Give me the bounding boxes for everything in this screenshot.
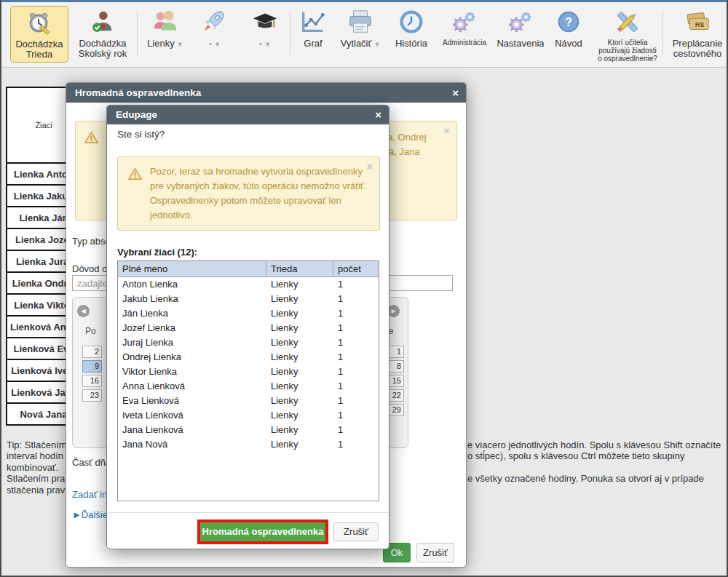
printer-icon: [333, 6, 388, 39]
table-cell: 1: [333, 350, 379, 365]
history-icon: [390, 6, 432, 39]
table-cell: Jana Nová: [118, 437, 266, 452]
dialog-footer-divider: [107, 512, 389, 513]
table-row: Ján LienkaLienky1: [118, 306, 379, 321]
toolbar-item-label: Vytlačiť▼: [333, 39, 388, 49]
confirm-question: Ste si istý?: [117, 129, 165, 140]
table-row: Jana LienkováLienky1: [118, 423, 379, 437]
table-row: Jakub LienkaLienky1: [118, 292, 379, 306]
table-cell: Eva Lienková: [118, 394, 266, 408]
table-cell: 1: [333, 423, 379, 437]
toolbar-item-ktori-ucitelia[interactable]: Ktorí učiteliapoužívajú žiadostio osprav…: [593, 6, 662, 63]
tip-line: stlačenia prav: [7, 485, 66, 496]
close-icon[interactable]: ×: [375, 106, 381, 124]
toolbar-item-vytlacit[interactable]: Vytlačiť▼: [333, 6, 388, 63]
toolbar-item-nastavenia[interactable]: Nastavenia: [495, 6, 546, 63]
tip-line: Tip: Stlačením: [7, 439, 66, 450]
table-cell: Lienky: [266, 350, 333, 365]
table-cell: Lienky: [266, 321, 333, 335]
cancel-button[interactable]: Zrušiť: [416, 543, 454, 562]
toolbar-item-lienky-class-filter[interactable]: Lienky▼: [143, 6, 188, 63]
table-cell: Lienky: [266, 365, 333, 379]
tip-line: e viacero jednotlivých hodín. Spolu s kl…: [467, 439, 721, 450]
table-row: Anton LienkaLienky1: [118, 277, 379, 292]
table-row: Ondrej LienkaLienky1: [118, 350, 379, 365]
table-cell: Lienky: [266, 292, 333, 306]
table-cell: Iveta Lienková: [118, 408, 266, 423]
bulk-excuse-confirm-button[interactable]: Hromadná ospravedlnenka: [197, 520, 328, 544]
tip-line: Stlačením pra: [7, 473, 66, 484]
toolbar-item-graf[interactable]: Graf: [296, 6, 331, 63]
table-column-header: počet: [333, 261, 379, 276]
table-cell: 1: [333, 335, 379, 350]
confirm-warning-box: Pozor, teraz sa hromadne vytvoria osprav…: [117, 156, 380, 231]
toolbar-item-label: DochádzkaTrieda: [11, 39, 68, 60]
person-check-icon: [73, 6, 132, 39]
students-icon: [143, 6, 188, 39]
toolbar-divider: [662, 11, 663, 55]
table-cell: Lienky: [266, 306, 333, 321]
edupage-dialog-title: Edupage: [116, 109, 157, 120]
table-row: Eva LienkováLienky1: [118, 394, 379, 408]
table-cell: Jana Lienková: [118, 423, 266, 437]
close-icon[interactable]: ×: [367, 161, 373, 172]
rocket-icon: [192, 6, 237, 39]
calendar-day-cell[interactable]: 9: [82, 360, 102, 373]
table-cell: Anna Lienková: [118, 379, 266, 394]
table-row: Jana NováLienky1: [118, 437, 379, 452]
svg-text:R$: R$: [695, 20, 705, 28]
toolbar-item-dochadzka-skolsky-rok[interactable]: DochádzkaSkolský rok: [73, 6, 132, 63]
toolbar-item-rocket-filter[interactable]: -▼: [192, 6, 237, 63]
tip-text-right: e viacero jednotlivých hodín. Spolu s kl…: [467, 439, 721, 496]
table-row: Juraj LienkaLienky1: [118, 335, 379, 350]
toolbar-item-navod[interactable]: ?Návod: [549, 6, 588, 63]
table-cell: 1: [333, 365, 379, 379]
table-cell: Ján Lienka: [118, 306, 266, 321]
close-icon[interactable]: ×: [444, 125, 450, 137]
gears-icon: [495, 6, 546, 39]
calendar-day-cell[interactable]: 2: [82, 346, 102, 358]
toolbar-item-label: Graf: [296, 39, 331, 49]
dropdown-arrow-icon[interactable]: ▼: [373, 41, 380, 48]
toolbar-item-dochadzka-trieda[interactable]: DochádzkaTrieda: [10, 6, 68, 63]
edupage-dialog-titlebar: Edupage ×: [107, 106, 389, 124]
toolbar-item-label: Návod: [549, 39, 588, 49]
dropdown-arrow-icon[interactable]: ▼: [214, 41, 221, 48]
bulk-excuse-modal-titlebar: Hromadná ospravedlnenka ×: [66, 83, 466, 103]
toolbar-item-historia[interactable]: História: [390, 6, 432, 63]
calendar-day-cell[interactable]: 23: [82, 389, 102, 402]
toolbar-item-administracia[interactable]: Administrácia: [437, 6, 492, 63]
calendar-day-cell[interactable]: 16: [82, 375, 102, 387]
app-window: DochádzkaTriedaDochádzkaSkolský rokLienk…: [0, 0, 728, 577]
cancel-button[interactable]: Zrušiť: [333, 522, 379, 541]
tip-line: interval hodín: [7, 450, 66, 461]
table-cell: Lienky: [266, 335, 333, 350]
chart-icon: [296, 6, 331, 39]
table-column-header: Trieda: [266, 261, 333, 276]
table-cell: Lienky: [266, 394, 333, 408]
table-cell: 1: [333, 292, 379, 306]
table-cell: 1: [333, 306, 379, 321]
table-row: Iveta LienkováLienky1: [118, 408, 379, 423]
calendar-prev-icon[interactable]: ◀: [77, 305, 90, 317]
toolbar-item-preplacanie-cestovneho[interactable]: R$Preplácaniecestovného: [667, 6, 728, 63]
toolbar-divider: [290, 11, 290, 55]
table-cell: 1: [333, 437, 379, 452]
tip-line: [467, 462, 721, 473]
warning-triangle-icon: [84, 131, 98, 148]
tickets-icon: R$: [667, 6, 728, 39]
question-icon: ?: [549, 6, 588, 39]
dropdown-arrow-icon[interactable]: ▼: [177, 41, 183, 48]
selected-students-table: Plné menoTriedapočet Anton LienkaLienky1…: [117, 260, 379, 501]
dropdown-arrow-icon[interactable]: ▼: [264, 41, 271, 48]
tip-line: [467, 485, 721, 496]
main-toolbar: DochádzkaTriedaDochádzkaSkolský rokLienk…: [1, 2, 727, 68]
table-cell: 1: [333, 408, 379, 423]
table-row: Viktor LienkaLienky1: [118, 365, 379, 379]
table-row: Anna LienkováLienky1: [118, 379, 379, 394]
table-cell: 1: [333, 277, 379, 292]
toolbar-item-graduation-filter[interactable]: -▼: [242, 6, 288, 63]
close-icon[interactable]: ×: [452, 83, 459, 103]
table-cell: Jakub Lienka: [118, 292, 266, 306]
table-cell: Lienky: [266, 408, 333, 423]
